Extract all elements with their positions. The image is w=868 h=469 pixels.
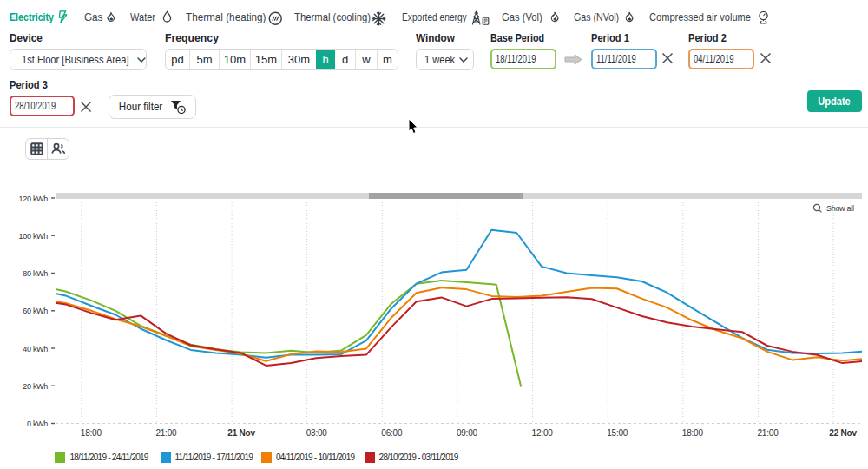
svg-text:60 kWh: 60 kWh: [23, 307, 48, 315]
svg-text:20 kWh: 20 kWh: [23, 382, 48, 391]
svg-text:15:00: 15:00: [607, 428, 628, 438]
svg-text:0 kWh: 0 kWh: [27, 419, 48, 428]
svg-text:09:00: 09:00: [457, 428, 478, 438]
svg-text:12:00: 12:00: [532, 428, 554, 438]
svg-text:18:00: 18:00: [81, 428, 102, 438]
svg-text:21:00: 21:00: [155, 428, 177, 438]
svg-text:21:00: 21:00: [757, 428, 779, 438]
svg-text:Show all: Show all: [826, 204, 854, 213]
svg-text:21 Nov: 21 Nov: [227, 428, 255, 438]
svg-text:22 Nov: 22 Nov: [829, 428, 857, 438]
svg-text:100 kWh: 100 kWh: [19, 232, 49, 241]
svg-text:18:00: 18:00: [682, 428, 704, 438]
svg-text:40 kWh: 40 kWh: [23, 345, 48, 353]
svg-text:03:00: 03:00: [306, 428, 328, 438]
svg-text:06:00: 06:00: [381, 428, 403, 438]
svg-text:80 kWh: 80 kWh: [23, 269, 48, 278]
svg-text:120 kWh: 120 kWh: [19, 195, 49, 203]
